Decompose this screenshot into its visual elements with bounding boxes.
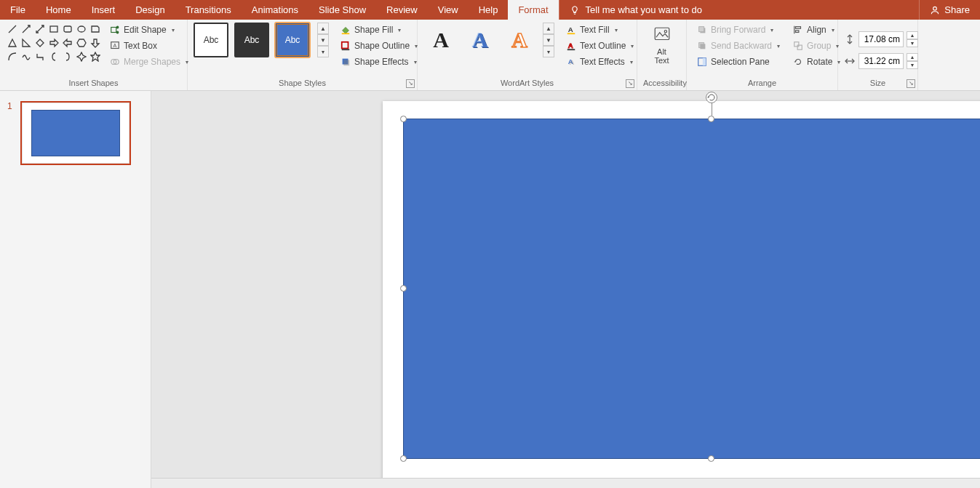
tab-file[interactable]: File (0, 0, 36, 20)
resize-handle-bl[interactable] (400, 455, 407, 462)
shape-arrow-r[interactable] (47, 36, 60, 49)
shape-line[interactable] (6, 23, 18, 35)
gallery-expand-icon[interactable]: ▾ (317, 46, 329, 57)
text-outline-button[interactable]: A Text Outline▾ (562, 39, 638, 53)
tab-slide-show[interactable]: Slide Show (308, 0, 376, 20)
height-spinner[interactable]: ▲▼ (907, 31, 918, 47)
shape-styles-launcher[interactable]: ↘ (406, 79, 415, 88)
edit-shape-button[interactable]: Edit Shape▾ (105, 23, 193, 37)
text-box-button[interactable]: A Text Box (105, 39, 193, 53)
shape-rtri[interactable] (20, 36, 32, 49)
text-box-label: Text Box (124, 41, 157, 51)
wordart-launcher[interactable]: ↘ (626, 79, 634, 88)
rotate-button[interactable]: Rotate▾ (789, 55, 845, 69)
selected-rectangle-shape[interactable] (403, 119, 980, 459)
shape-wave[interactable] (20, 50, 32, 63)
tab-help[interactable]: Help (469, 0, 509, 20)
slide-thumbnail-pane[interactable]: 1 (0, 91, 151, 488)
rotate-handle[interactable] (706, 92, 717, 103)
group-wordart-styles: A A A ▲ ▼ ▾ A Text Fill▾ A Text Outline▾ (418, 20, 637, 90)
selection-pane-button[interactable]: Selection Pane (693, 55, 784, 69)
shape-arrow-l[interactable] (61, 36, 73, 49)
gallery-expand-icon[interactable]: ▾ (543, 46, 554, 57)
tab-home[interactable]: Home (36, 0, 81, 20)
merge-shapes-label: Merge Shapes (124, 57, 180, 67)
shape-style-1[interactable]: Abc (194, 23, 228, 57)
shape-tri[interactable] (6, 36, 18, 49)
slide-canvas[interactable] (151, 91, 980, 488)
align-button[interactable]: Align▾ (789, 23, 845, 37)
shape-outline-label: Shape Outline (354, 41, 410, 51)
slide[interactable] (383, 101, 980, 479)
size-launcher[interactable]: ↘ (907, 79, 915, 88)
group-label-accessibility: Accessibility (643, 77, 680, 89)
send-backward-icon (697, 41, 707, 51)
shape-style-3[interactable]: Abc (275, 23, 310, 57)
svg-line-3 (36, 25, 44, 33)
wordart-style-3[interactable]: A (502, 25, 537, 55)
shape-rect[interactable] (47, 23, 60, 35)
svg-text:A: A (569, 58, 574, 66)
shape-diamond[interactable] (33, 36, 46, 49)
resize-handle-bc[interactable] (708, 455, 714, 462)
ribbon: Edit Shape▾ A Text Box Merge Shapes▾ Ins… (0, 20, 980, 91)
svg-marker-12 (77, 39, 86, 47)
height-input[interactable] (859, 31, 904, 47)
svg-rect-29 (567, 33, 575, 34)
thumbnail-row-1[interactable]: 1 (7, 101, 143, 165)
width-spinner[interactable]: ▲▼ (907, 53, 918, 69)
shape-fill-button[interactable]: Shape Fill▾ (336, 23, 422, 37)
edit-shape-label: Edit Shape (124, 25, 167, 35)
shape-outline-button[interactable]: Shape Outline▾ (336, 39, 422, 53)
share-button[interactable]: Share (919, 0, 980, 20)
shape-line-double[interactable] (33, 23, 46, 35)
text-effects-button[interactable]: AA Text Effects▾ (562, 55, 638, 69)
shape-brace[interactable] (47, 50, 60, 63)
shape-hex[interactable] (75, 36, 87, 49)
svg-marker-8 (23, 39, 30, 47)
style-gallery-scroll[interactable]: ▲ ▼ ▾ (317, 23, 329, 57)
scroll-up-icon[interactable]: ▲ (317, 23, 329, 34)
shape-arc[interactable] (6, 50, 18, 63)
resize-handle-ml[interactable] (400, 285, 407, 292)
shape-oval[interactable] (75, 23, 87, 35)
shape-snip[interactable] (89, 23, 101, 35)
tab-design[interactable]: Design (125, 0, 175, 20)
shape-style-2[interactable]: Abc (234, 23, 269, 57)
horizontal-scrollbar[interactable] (151, 478, 980, 488)
alt-text-button[interactable]: AltText (646, 23, 678, 68)
scroll-down-icon[interactable]: ▼ (543, 34, 554, 46)
svg-marker-11 (63, 39, 71, 47)
resize-handle-tl[interactable] (400, 116, 407, 122)
svg-point-17 (116, 26, 119, 28)
shape-effects-button[interactable]: Shape Effects▾ (336, 55, 422, 69)
shape-star5[interactable] (89, 50, 101, 63)
wordart-gallery-scroll[interactable]: ▲ ▼ ▾ (543, 23, 554, 57)
group-size: ▲▼ ▲▼ Size ↘ (838, 20, 918, 90)
tab-transitions[interactable]: Transitions (175, 0, 242, 20)
tab-view[interactable]: View (428, 0, 469, 20)
tab-review[interactable]: Review (376, 0, 428, 20)
scroll-down-icon[interactable]: ▼ (317, 34, 329, 46)
text-fill-button[interactable]: A Text Fill▾ (562, 23, 638, 37)
tab-animations[interactable]: Animations (242, 0, 308, 20)
shape-brace-r[interactable] (61, 50, 73, 63)
shape-connector[interactable] (33, 50, 46, 63)
wordart-style-1[interactable]: A (423, 25, 458, 55)
tab-insert[interactable]: Insert (81, 0, 126, 20)
shape-gallery[interactable] (6, 23, 101, 63)
scroll-up-icon[interactable]: ▲ (543, 23, 554, 34)
shape-arrow-d[interactable] (89, 36, 101, 49)
thumbnail-slide-1[interactable] (20, 101, 131, 165)
selection-pane-label: Selection Pane (711, 57, 770, 67)
tell-me-search[interactable]: Tell me what you want to do (559, 0, 726, 20)
width-input[interactable] (859, 53, 904, 69)
shape-line-arrow[interactable] (20, 23, 32, 35)
shape-round-rect[interactable] (61, 23, 73, 35)
resize-handle-tc[interactable] (708, 116, 714, 122)
tab-format[interactable]: Format (508, 0, 558, 20)
shape-star4[interactable] (75, 50, 87, 63)
svg-point-35 (664, 30, 666, 32)
svg-rect-37 (699, 27, 704, 32)
wordart-style-2[interactable]: A (463, 25, 498, 55)
